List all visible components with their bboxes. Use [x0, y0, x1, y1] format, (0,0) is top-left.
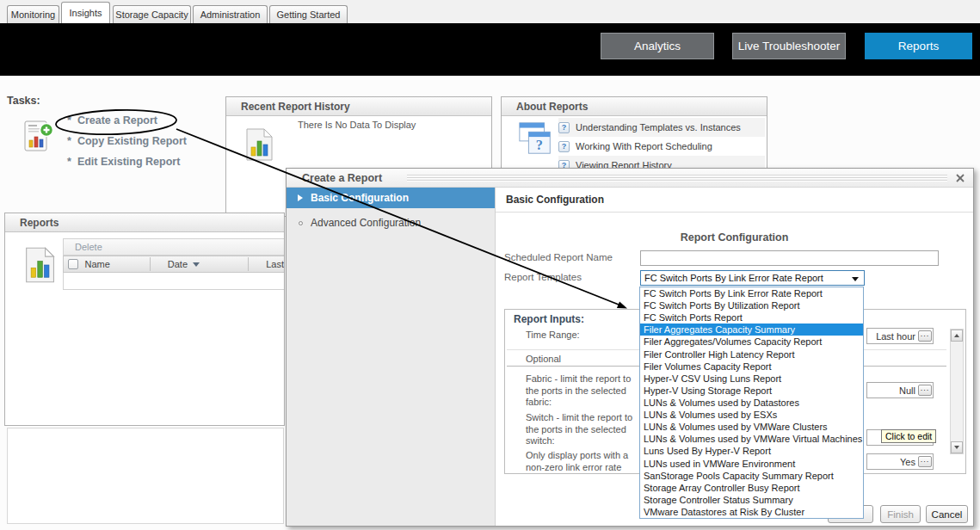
optional-label: Optional — [526, 354, 639, 366]
column-name[interactable]: Name — [85, 259, 150, 269]
link-error-value: Yes — [900, 457, 915, 467]
chevron-down-icon — [852, 277, 859, 281]
screen: Monitoring Insights Storage Capacity Adm… — [0, 0, 980, 530]
scheduled-report-name-input[interactable] — [640, 250, 939, 266]
template-option[interactable]: Storage Controller Status Summary — [640, 494, 863, 506]
help-windows-icon: ? — [517, 120, 555, 161]
time-range-value: Last hour — [876, 331, 915, 342]
tab-getting-started[interactable]: Getting Started — [269, 5, 348, 23]
nav-basic-configuration[interactable]: Basic Configuration — [287, 188, 495, 208]
scrollbar[interactable] — [950, 329, 964, 454]
ellipsis-button[interactable]: ... — [918, 385, 932, 396]
bullet-circle-icon — [299, 221, 303, 225]
template-option[interactable]: Hyper-V CSV Using Luns Report — [640, 373, 863, 385]
dialog-title: Create a Report — [302, 172, 382, 184]
lower-empty-panel — [7, 428, 284, 524]
template-option[interactable]: FC Switch Ports By Utilization Report — [640, 299, 863, 311]
help-icon — [558, 141, 570, 152]
help-icon — [558, 122, 570, 133]
link-understanding-templates[interactable]: Understanding Templates vs. Instances — [558, 118, 765, 137]
template-option[interactable]: FC Switch Ports By Link Error Rate Repor… — [640, 287, 863, 299]
template-option[interactable]: VMware Datastores at Risk By Cluster — [640, 506, 863, 518]
scheduled-report-name-label: Scheduled Report Name — [504, 252, 613, 262]
link-report-scheduling[interactable]: Working With Report Scheduling — [558, 137, 765, 156]
template-option[interactable]: LUNs & Volumes used by VMWare Clusters — [640, 421, 863, 433]
tab-administration[interactable]: Administration — [193, 5, 268, 23]
time-range-field[interactable]: Last hour ... — [866, 328, 934, 344]
template-option[interactable]: LUNs used in VMWare Environment — [640, 458, 863, 470]
column-date-label: Date — [168, 259, 188, 269]
about-reports-panel: About Reports ? Understanding Templates … — [501, 96, 767, 169]
column-date[interactable]: Date — [151, 259, 248, 269]
link-error-field[interactable]: Yes ... — [866, 453, 934, 470]
top-banner: Analytics Live Troubleshooter Reports — [0, 23, 980, 76]
template-option[interactable]: LUNs & Volumes used by ESXs — [640, 409, 863, 421]
template-option[interactable]: LUNs & Volumes used by VMWare Virtual Ma… — [640, 433, 863, 445]
template-option[interactable]: Hyper-V Using Storage Report — [640, 385, 863, 397]
content-header: Basic Configuration — [506, 194, 604, 206]
tasks-heading: Tasks: — [7, 95, 40, 107]
fabric-field[interactable]: Null ... — [866, 382, 934, 398]
link-viewing-report-history[interactable]: Viewing Report History — [558, 156, 765, 169]
time-range-label: Time Range: — [526, 330, 639, 342]
scroll-up-icon[interactable] — [951, 330, 963, 342]
header-divider — [496, 212, 973, 213]
tab-storage-capacity[interactable]: Storage Capacity — [113, 5, 191, 23]
nav-advanced-configuration[interactable]: Advanced Configuration — [287, 214, 495, 231]
ellipsis-button[interactable]: ... — [918, 330, 932, 342]
analytics-button[interactable]: Analytics — [601, 33, 714, 59]
fabric-value: Null — [899, 385, 915, 396]
close-icon[interactable] — [954, 172, 966, 184]
tab-insights[interactable]: Insights — [61, 2, 110, 23]
template-option[interactable]: LUNs & Volumes used by Datastores — [640, 397, 863, 409]
scroll-down-icon[interactable] — [951, 441, 963, 453]
fabric-label: Fabric - limit the report to the ports i… — [526, 373, 639, 409]
template-option[interactable]: Filer Volumes Capacity Report — [640, 361, 863, 373]
template-option[interactable]: Filer Controller High Latency Report — [640, 348, 863, 361]
dialog-nav: Basic Configuration Advanced Configurati… — [287, 188, 496, 526]
report-inputs-heading: Report Inputs: — [514, 313, 584, 325]
link-label: Working With Report Scheduling — [576, 141, 712, 151]
report-templates-dropdown: FC Switch Ports By Link Error Rate Repor… — [639, 287, 864, 519]
empty-table-row — [63, 273, 285, 290]
selected-arrow-icon — [298, 194, 303, 201]
template-option[interactable]: Luns Used By Hyper-V Report — [640, 445, 863, 457]
required-icon — [944, 250, 949, 262]
report-chart-icon — [243, 126, 274, 166]
nav-label: Advanced Configuration — [311, 217, 421, 229]
ellipsis-button[interactable]: ... — [918, 456, 932, 467]
drag-grip-icon — [407, 175, 947, 182]
recent-report-history-title: Recent Report History — [226, 97, 491, 116]
sort-desc-icon — [193, 262, 200, 267]
link-label: Understanding Templates vs. Instances — [576, 122, 741, 132]
task-create-a-report[interactable]: Create a Report — [67, 114, 157, 126]
template-option-selected[interactable]: Filer Aggregates Capacity Summary — [640, 324, 863, 336]
report-templates-label: Report Templates — [504, 272, 582, 282]
template-option[interactable]: FC Switch Ports Report — [640, 311, 863, 324]
template-option[interactable]: Storage Array Controller Busy Report — [640, 482, 863, 494]
switch-label: Switch - limit the report to the ports i… — [526, 412, 639, 447]
select-all-checkbox[interactable] — [68, 259, 78, 269]
live-troubleshooter-button[interactable]: Live Troubleshooter — [732, 33, 846, 59]
tab-monitoring[interactable]: Monitoring — [7, 5, 59, 23]
column-last[interactable]: Last — [249, 259, 284, 269]
cancel-button[interactable]: Cancel — [926, 505, 968, 523]
dialog-title-bar[interactable]: Create a Report — [287, 169, 973, 188]
section-title: Report Configuration — [496, 231, 973, 243]
reports-panel-title: Reports — [5, 213, 284, 232]
nav-label: Basic Configuration — [311, 192, 409, 204]
link-error-label: Only display ports with a non-zero link … — [526, 450, 648, 473]
reports-chart-icon — [22, 245, 57, 288]
finish-button[interactable]: Finish — [880, 505, 921, 523]
report-templates-select[interactable]: FC Switch Ports By Link Error Rate Repor… — [640, 270, 865, 286]
reports-panel: Reports Delete Name Date Last — [4, 213, 285, 426]
template-option[interactable]: SanStorage Pools Capacity Summary Report — [640, 470, 863, 482]
template-option[interactable]: Filer Aggregates/Volumes Capacity Report — [640, 336, 863, 348]
task-copy-existing-report[interactable]: Copy Existing Report — [67, 135, 187, 147]
create-report-dialog: Create a Report Basic Configuration Adva… — [286, 168, 974, 527]
task-edit-existing-report[interactable]: Edit Existing Report — [67, 156, 180, 168]
svg-text:?: ? — [536, 138, 543, 153]
click-to-edit-tooltip: Click to edit — [881, 429, 936, 443]
delete-button[interactable]: Delete — [63, 238, 285, 256]
reports-button[interactable]: Reports — [865, 33, 972, 59]
